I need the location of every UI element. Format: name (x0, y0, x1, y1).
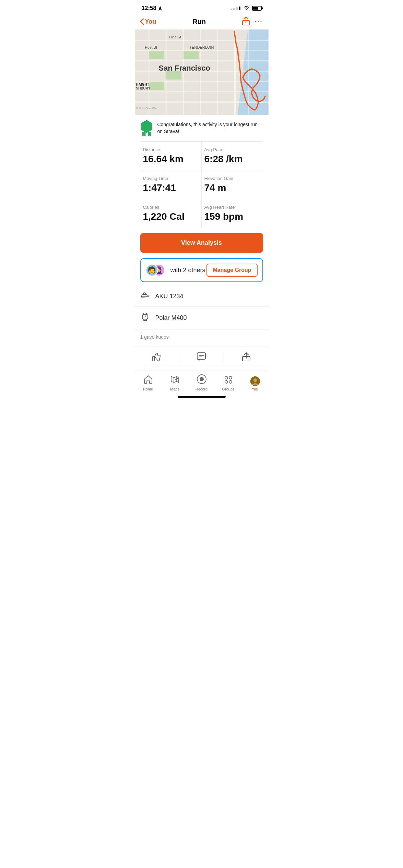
record-icon (197, 374, 206, 386)
shoe-icon (140, 292, 150, 301)
svg-point-14 (229, 381, 232, 383)
view-analysis-button[interactable]: View Analysis (140, 233, 263, 253)
stat-distance: Distance 16.64 km (140, 142, 202, 170)
gear-row-watch: Polar M400 (135, 306, 269, 329)
back-button[interactable]: You (140, 18, 156, 25)
stat-avgpace-label: Avg Pace (204, 147, 260, 152)
achievement-text: Congratulations, this activity is your l… (157, 121, 263, 135)
svg-point-11 (225, 376, 228, 379)
stat-distance-value: 16.64 km (143, 154, 199, 165)
comment-button[interactable] (179, 347, 224, 367)
nav-item-home[interactable]: Home (137, 375, 159, 391)
nav-groups-label: Groups (222, 387, 234, 391)
manage-group-button[interactable]: Manage Group (206, 264, 257, 277)
wifi-icon (243, 5, 249, 11)
stat-heartrate: Avg Heart Rate 159 bpm (202, 199, 263, 228)
stat-movingtime-label: Moving Time (143, 176, 199, 181)
stat-heartrate-value: 159 bpm (204, 211, 260, 222)
achievement-banner: Congratulations, this activity is your l… (140, 115, 263, 142)
stat-elevation-value: 74 m (204, 182, 260, 193)
maps-icon (170, 375, 179, 386)
stat-heartrate-label: Avg Heart Rate (204, 205, 260, 210)
signal-icon (230, 7, 240, 10)
comment-icon (197, 352, 206, 361)
nav-maps-label: Maps (170, 387, 179, 391)
share-action-button[interactable] (224, 347, 268, 367)
svg-point-12 (229, 376, 232, 379)
svg-rect-3 (153, 357, 155, 361)
thumbs-up-icon (152, 352, 162, 361)
stats-section: Congratulations, this activity is your l… (135, 115, 269, 282)
stat-avg-pace: Avg Pace 6:28 /km (202, 142, 263, 170)
stat-distance-label: Distance (143, 147, 199, 152)
stat-calories-label: Calories (143, 205, 199, 210)
route-line (135, 29, 269, 115)
bottom-nav: Home Maps Record (135, 371, 269, 393)
status-right (230, 5, 262, 11)
stat-elevation-label: Elevation Gain (204, 176, 260, 181)
gear-watch-name: Polar M400 (155, 314, 187, 322)
nav-item-groups[interactable]: Groups (217, 375, 239, 391)
svg-rect-4 (197, 353, 205, 359)
group-info: 🧑 🧕 with 2 others (146, 264, 205, 276)
svg-point-10 (200, 377, 204, 381)
stat-calories: Calories 1,220 Cal (140, 199, 202, 228)
page-title: Run (192, 18, 206, 26)
location-arrow-icon (158, 6, 162, 11)
achievement-badge-icon (140, 120, 153, 136)
status-bar: 12:58 (135, 0, 269, 14)
you-avatar (250, 376, 260, 386)
home-indicator (178, 396, 226, 398)
more-button[interactable]: ··· (254, 18, 263, 25)
stat-movingtime-value: 1:47:41 (143, 182, 199, 193)
gear-shoe-name: AKU 1234 (155, 293, 183, 300)
groups-icon (224, 375, 233, 386)
svg-point-16 (253, 378, 257, 382)
stat-moving-time: Moving Time 1:47:41 (140, 170, 202, 199)
nav-home-label: Home (143, 387, 153, 391)
status-time: 12:58 (142, 5, 162, 12)
kudos-count: 1 gave kudos (140, 334, 263, 340)
share-button[interactable] (242, 16, 250, 27)
nav-item-you[interactable]: You (244, 376, 266, 391)
nav-item-maps[interactable]: Maps (164, 375, 186, 391)
nav-header: You Run ··· (135, 14, 269, 29)
stat-elevation: Elevation Gain 74 m (202, 170, 263, 199)
battery-icon (252, 6, 262, 11)
back-chevron-icon (140, 19, 144, 25)
svg-point-13 (225, 381, 228, 383)
home-icon (144, 375, 153, 386)
back-label: You (145, 18, 156, 25)
gear-row-shoe: AKU 1234 (135, 286, 269, 306)
watch-icon (140, 312, 150, 324)
kudos-button[interactable] (135, 347, 179, 367)
stats-grid: Distance 16.64 km Avg Pace 6:28 /km Movi… (140, 142, 263, 228)
nav-you-label: You (252, 387, 258, 391)
stat-avgpace-value: 6:28 /km (204, 154, 260, 165)
svg-point-0 (246, 9, 246, 10)
route-map[interactable]: Pine St Post St TENDERLOIN San Francisco… (135, 29, 269, 115)
stat-calories-value: 1,220 Cal (143, 211, 199, 222)
group-description: with 2 others (170, 267, 205, 274)
action-row (135, 347, 269, 367)
share-icon (242, 16, 250, 25)
avatar-1: 🧑 (146, 264, 158, 276)
kudos-section: 1 gave kudos (135, 329, 269, 347)
group-row: 🧑 🧕 with 2 others Manage Group (140, 258, 263, 282)
nav-record-label: Record (195, 387, 208, 391)
nav-item-record[interactable]: Record (191, 374, 213, 391)
nav-actions: ··· (242, 16, 263, 27)
group-avatars: 🧑 🧕 (146, 264, 165, 276)
gear-section: AKU 1234 Polar M400 (135, 286, 269, 329)
share-action-icon (242, 352, 250, 361)
